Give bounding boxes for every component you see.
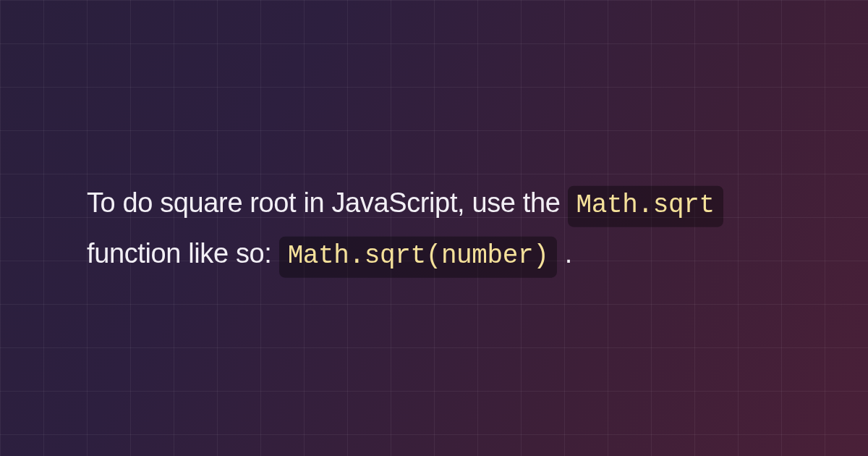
snippet-text-1: To do square root in JavaScript, use the (87, 187, 568, 218)
snippet-paragraph: To do square root in JavaScript, use the… (87, 177, 781, 279)
snippet-text-3: . (565, 238, 572, 269)
inline-code-2: Math.sqrt(number) (279, 237, 558, 278)
inline-code-1: Math.sqrt (568, 186, 723, 227)
snippet-text-2: function like so: (87, 238, 279, 269)
